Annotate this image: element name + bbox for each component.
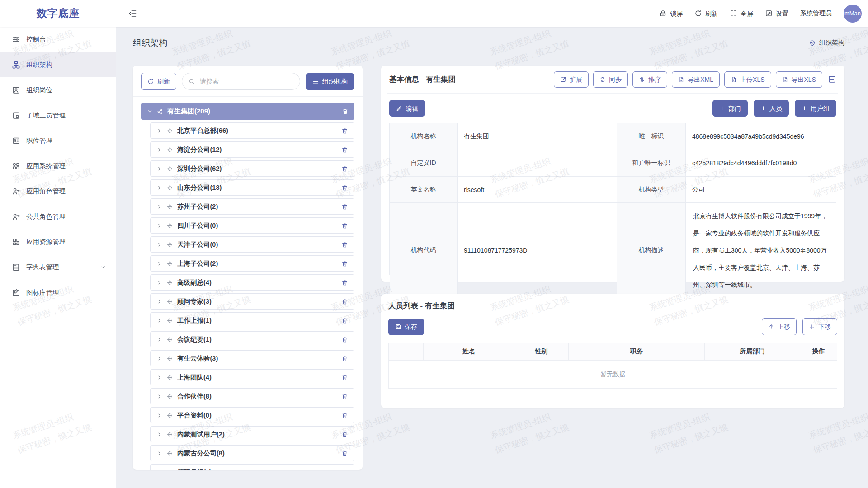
chevron-right-icon[interactable] bbox=[156, 318, 162, 324]
chevron-right-icon[interactable] bbox=[156, 185, 162, 191]
drag-icon[interactable] bbox=[166, 184, 173, 191]
tree-node[interactable]: 上海子公司(2) bbox=[150, 255, 354, 272]
trash-icon[interactable] bbox=[341, 469, 348, 470]
chevron-right-icon[interactable] bbox=[156, 432, 162, 437]
trash-icon[interactable] bbox=[341, 298, 348, 305]
drag-icon[interactable] bbox=[166, 469, 173, 470]
admin-menu[interactable]: 系统管理员 bbox=[800, 9, 832, 18]
chevron-right-icon[interactable] bbox=[156, 413, 162, 418]
add-人员-button[interactable]: 人员 bbox=[754, 100, 789, 117]
trash-icon[interactable] bbox=[341, 317, 348, 324]
add-部门-button[interactable]: 部门 bbox=[712, 100, 748, 117]
chevron-right-icon[interactable] bbox=[156, 394, 162, 399]
menu-fold-icon[interactable] bbox=[128, 9, 137, 18]
tree-node[interactable]: 会议纪要(1) bbox=[150, 331, 354, 347]
tree-node[interactable]: 管理员组(9) bbox=[150, 464, 354, 470]
chevron-right-icon[interactable] bbox=[156, 450, 162, 456]
chevron-right-icon[interactable] bbox=[156, 261, 162, 267]
sidebar-item-应用角色管理[interactable]: 应用角色管理 bbox=[0, 178, 116, 204]
trash-icon[interactable] bbox=[341, 184, 348, 191]
chevron-right-icon[interactable] bbox=[156, 280, 162, 286]
tree-node[interactable]: 内蒙古分公司(8) bbox=[150, 445, 354, 461]
chevron-right-icon[interactable] bbox=[156, 375, 162, 380]
toolbar-button-扩展[interactable]: 扩展 bbox=[554, 71, 589, 88]
avatar[interactable]: mMan bbox=[844, 5, 862, 23]
tree-node[interactable]: 工作上报(1) bbox=[150, 312, 354, 328]
trash-icon[interactable] bbox=[341, 146, 348, 153]
sidebar-item-组织岗位[interactable]: 组织岗位 bbox=[0, 77, 116, 103]
navbar-action-刷新[interactable]: 刷新 bbox=[694, 9, 718, 17]
tree-search-box[interactable] bbox=[182, 73, 300, 90]
drag-icon[interactable] bbox=[166, 317, 173, 324]
add-用户组-button[interactable]: 用户组 bbox=[795, 100, 836, 117]
sidebar-item-控制台[interactable]: 控制台 bbox=[0, 27, 116, 52]
drag-icon[interactable] bbox=[166, 279, 173, 286]
drag-icon[interactable] bbox=[166, 355, 173, 362]
trash-icon[interactable] bbox=[341, 393, 348, 400]
drag-icon[interactable] bbox=[166, 127, 173, 134]
toolbar-button-同步[interactable]: 同步 bbox=[593, 71, 628, 88]
tree-node[interactable]: 北京平台总部(66) bbox=[150, 122, 354, 139]
tree-node[interactable]: 平台资料(0) bbox=[150, 407, 354, 423]
tree-node[interactable]: 上海团队(4) bbox=[150, 369, 354, 385]
org-structure-button[interactable]: 组织机构 bbox=[306, 73, 354, 90]
drag-icon[interactable] bbox=[166, 393, 173, 400]
tree-node[interactable]: 合作伙伴(8) bbox=[150, 388, 354, 404]
navbar-action-设置[interactable]: 设置 bbox=[765, 9, 788, 17]
tree-root-node[interactable]: 有生集团(209) bbox=[141, 103, 354, 120]
sidebar-item-应用系统管理[interactable]: 应用系统管理 bbox=[0, 153, 116, 178]
sidebar-item-职位管理[interactable]: 职位管理 bbox=[0, 128, 116, 153]
tree-node[interactable]: 高级副总(4) bbox=[150, 274, 354, 291]
tree-refresh-button[interactable]: 刷新 bbox=[141, 73, 176, 90]
chevron-right-icon[interactable] bbox=[156, 356, 162, 361]
tree-search-input[interactable] bbox=[199, 77, 294, 85]
move-up-button[interactable]: 上移 bbox=[762, 318, 797, 335]
edit-button[interactable]: 编辑 bbox=[389, 100, 425, 117]
chevron-right-icon[interactable] bbox=[156, 166, 162, 172]
chevron-right-icon[interactable] bbox=[156, 204, 162, 210]
move-down-button[interactable]: 下移 bbox=[802, 318, 837, 335]
chevron-right-icon[interactable] bbox=[156, 128, 162, 134]
trash-icon[interactable] bbox=[342, 108, 349, 115]
toolbar-button-导出XML[interactable]: 导出XML bbox=[672, 71, 720, 88]
chevron-right-icon[interactable] bbox=[156, 223, 162, 229]
drag-icon[interactable] bbox=[166, 431, 173, 438]
trash-icon[interactable] bbox=[341, 336, 348, 343]
sidebar-item-图标库管理[interactable]: 图标库管理 bbox=[0, 280, 116, 305]
toolbar-button-上传XLS[interactable]: 上传XLS bbox=[724, 71, 771, 88]
chevron-right-icon[interactable] bbox=[156, 299, 162, 305]
chevron-right-icon[interactable] bbox=[156, 337, 162, 343]
drag-icon[interactable] bbox=[166, 222, 173, 229]
drag-icon[interactable] bbox=[166, 412, 173, 419]
save-button[interactable]: 保存 bbox=[388, 319, 424, 335]
trash-icon[interactable] bbox=[341, 374, 348, 381]
drag-icon[interactable] bbox=[166, 241, 173, 248]
trash-icon[interactable] bbox=[341, 431, 348, 438]
toolbar-button-排序[interactable]: 排序 bbox=[632, 71, 667, 88]
trash-icon[interactable] bbox=[341, 260, 348, 267]
navbar-action-锁屏[interactable]: 锁屏 bbox=[659, 9, 683, 17]
sidebar-item-组织架构[interactable]: 组织架构 bbox=[0, 52, 116, 77]
trash-icon[interactable] bbox=[341, 279, 348, 286]
toolbar-button-导出XLS[interactable]: 导出XLS bbox=[776, 71, 822, 88]
sidebar-item-公共角色管理[interactable]: 公共角色管理 bbox=[0, 204, 116, 229]
trash-icon[interactable] bbox=[341, 241, 348, 248]
tree-node[interactable]: 顾问专家(3) bbox=[150, 293, 354, 310]
trash-icon[interactable] bbox=[341, 165, 348, 172]
drag-icon[interactable] bbox=[166, 336, 173, 343]
navbar-action-全屏[interactable]: 全屏 bbox=[730, 9, 753, 17]
tree-node[interactable]: 内蒙测试用户(2) bbox=[150, 426, 354, 442]
drag-icon[interactable] bbox=[166, 298, 173, 305]
sidebar-item-应用资源管理[interactable]: 应用资源管理 bbox=[0, 229, 116, 254]
trash-icon[interactable] bbox=[341, 203, 348, 210]
minus-square-icon[interactable] bbox=[828, 75, 836, 84]
chevron-right-icon[interactable] bbox=[156, 469, 162, 470]
trash-icon[interactable] bbox=[341, 127, 348, 134]
tree-node[interactable]: 天津子公司(0) bbox=[150, 236, 354, 253]
drag-icon[interactable] bbox=[166, 450, 173, 457]
drag-icon[interactable] bbox=[166, 374, 173, 381]
tree-node[interactable]: 有生云体验(3) bbox=[150, 350, 354, 366]
chevron-right-icon[interactable] bbox=[156, 147, 162, 153]
chevron-right-icon[interactable] bbox=[156, 242, 162, 248]
tree-node[interactable]: 深圳分公司(62) bbox=[150, 160, 354, 177]
